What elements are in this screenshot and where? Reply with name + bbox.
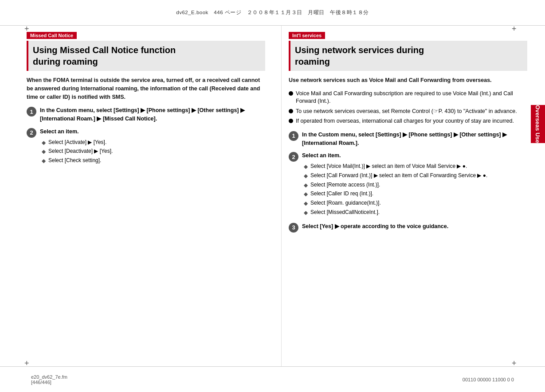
right-step-2-content: Select an item. ◆ Select [Voice Mail(Int…	[302, 151, 527, 218]
step-number-2: 2	[27, 128, 36, 138]
right-bullet-diamond-3: ◆	[304, 182, 308, 189]
right-bullet-diamond-2: ◆	[304, 172, 308, 180]
right-bullet-diamond-5: ◆	[304, 200, 308, 207]
bullet-item-2: To use network services overseas, set Re…	[289, 108, 527, 116]
step-2-sub-items: ◆ Select [Activate] ▶ [Yes]. ◆ Select [D…	[42, 139, 265, 165]
left-step-2: 2 Select an item. ◆ Select [Activate] ▶ …	[27, 128, 265, 166]
right-sub-item-3: ◆ Select [Remote access (Int.)].	[304, 181, 527, 189]
right-bullet-list: Voice Mail and Call Forwarding subscript…	[289, 90, 527, 125]
bullet-diamond-2: ◆	[42, 148, 46, 155]
step-number-1: 1	[27, 107, 36, 116]
right-section-title: Using network services during roaming	[289, 41, 527, 71]
left-intro-text: When the FOMA terminal is outside the se…	[27, 76, 265, 101]
bullet-diamond-3: ◆	[42, 157, 46, 165]
right-step-1: 1 In the Custom menu, select [Settings] …	[289, 131, 527, 147]
footer-right-code: 00110 00000 11000 0 0	[463, 377, 514, 382]
left-step-1: 1 In the Custom menu, select [Settings] …	[27, 106, 265, 123]
footer-left-info: e20_dv62_7e.fm [446/446]	[31, 374, 67, 385]
page-footer: e20_dv62_7e.fm [446/446] 00110 00000 110…	[0, 366, 545, 392]
sub-item-2: ◆ Select [Deactivate] ▶ [Yes].	[42, 147, 265, 155]
right-column: Int'l services Using network services du…	[281, 26, 527, 366]
left-section-title: Using Missed Call Notice function during…	[27, 41, 265, 71]
bullet-item-3: If operated from overseas, international…	[289, 117, 527, 125]
right-step-number-1: 1	[289, 131, 298, 141]
sidebar-container: Overseas Use	[531, 89, 545, 159]
right-intro-text: Use network services such as Voice Mail …	[289, 76, 527, 85]
right-step-3: 3 Select [Yes] ▶ operate according to th…	[289, 222, 527, 233]
right-step-number-2: 2	[289, 152, 298, 162]
right-step-3-content: Select [Yes] ▶ operate according to the …	[302, 222, 527, 231]
right-section-label: Int'l services	[289, 32, 527, 41]
right-bullet-diamond-6: ◆	[304, 209, 308, 217]
sub-item-1: ◆ Select [Activate] ▶ [Yes].	[42, 139, 265, 147]
sidebar-label: Overseas Use	[535, 105, 541, 143]
right-bullet-diamond-4: ◆	[304, 190, 308, 198]
page-header: dv62_E.book 446 ページ ２００８年１１月３日 月曜日 午後８時１…	[0, 0, 545, 26]
right-sub-item-4: ◆ Select [Caller ID req (Int.)].	[304, 190, 527, 198]
right-step-2-sub-items: ◆ Select [Voice Mail(Int.)] ▶ select an …	[304, 163, 527, 217]
right-bullet-diamond-1: ◆	[304, 163, 308, 171]
bullet-item-1: Voice Mail and Call Forwarding subscript…	[289, 90, 527, 105]
step-2-content: Select an item. ◆ Select [Activate] ▶ [Y…	[40, 128, 265, 166]
bullet-dot-1	[289, 91, 293, 96]
left-column: Missed Call Notice Using Missed Call Not…	[27, 26, 272, 366]
bullet-dot-2	[289, 109, 293, 113]
right-step-1-content: In the Custom menu, select [Settings] ▶ …	[302, 131, 527, 147]
sidebar-label-wrap: Overseas Use	[531, 105, 545, 143]
header-text: dv62_E.book 446 ページ ２００８年１１月３日 月曜日 午後８時１…	[176, 9, 369, 16]
bullet-dot-3	[289, 119, 293, 123]
right-sub-item-5: ◆ Select [Roam. guidance(Int.)].	[304, 199, 527, 207]
right-step-2: 2 Select an item. ◆ Select [Voice Mail(I…	[289, 151, 527, 218]
sub-item-3: ◆ Select [Check setting].	[42, 157, 265, 165]
step-1-content: In the Custom menu, select [Settings] ▶ …	[40, 106, 265, 123]
right-sub-item-6: ◆ Select [MissedCallNoticeInt.].	[304, 209, 527, 217]
right-step-number-3: 3	[289, 223, 298, 233]
main-content: Missed Call Notice Using Missed Call Not…	[27, 26, 527, 366]
right-sub-item-1: ◆ Select [Voice Mail(Int.)] ▶ select an …	[304, 163, 527, 171]
left-section-label: Missed Call Notice	[27, 32, 265, 41]
right-sub-item-2: ◆ Select [Call Forward (Int.)] ▶ select …	[304, 172, 527, 180]
bullet-diamond-1: ◆	[42, 139, 46, 147]
